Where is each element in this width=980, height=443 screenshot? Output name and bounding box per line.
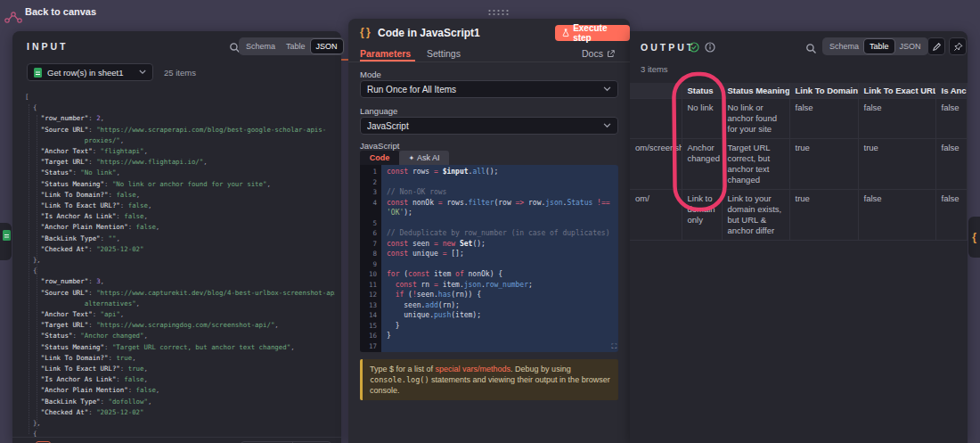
- input-panel-title: INPUT: [27, 41, 69, 52]
- table-cell: false: [858, 99, 935, 139]
- mode-select[interactable]: Run Once for All Items: [360, 80, 618, 98]
- column-header: Status Meaning: [722, 83, 789, 99]
- node-connector-line: [341, 59, 348, 61]
- table-cell: false: [858, 190, 935, 241]
- line-number: 2: [360, 177, 377, 188]
- line-number: 8: [360, 249, 377, 259]
- pagination-bar: ‹ 1 2 3 › Page Size 10: [12, 437, 341, 443]
- edit-output-button[interactable]: [927, 37, 945, 55]
- json-viewer[interactable]: [ { "row_number": 2, "Source URL": "http…: [25, 92, 335, 437]
- json-line: "row_number": 2,: [25, 113, 335, 124]
- code-line: const unique = [];: [387, 249, 618, 259]
- line-number: 12: [360, 290, 377, 300]
- json-line: "Is Anchor As Link": false,: [25, 374, 335, 385]
- special-vars-link[interactable]: special vars/methods: [436, 365, 511, 373]
- tab-settings[interactable]: Settings: [427, 48, 461, 59]
- json-line: {: [25, 429, 335, 437]
- table-cell: false: [789, 99, 858, 139]
- code-line: [387, 341, 618, 352]
- json-viewer-lines: [ { "row_number": 2, "Source URL": "http…: [25, 92, 335, 437]
- back-to-canvas-button[interactable]: Back to canvas: [25, 6, 96, 17]
- code-line: const rn = item.json.row_number;: [387, 280, 618, 291]
- column-header: Is Anchor: [935, 83, 968, 99]
- code-line: for (const item of nonOk) {: [387, 269, 618, 280]
- sheet-icon: [3, 230, 11, 241]
- code-editor[interactable]: 123456789101112131415161718 const rows =…: [360, 165, 618, 352]
- json-line: "Status Meaning": "No link or anchor fou…: [25, 179, 335, 190]
- code-line: if (!seen.has(rn)) {: [387, 290, 618, 300]
- tab-schema[interactable]: Schema: [824, 39, 864, 53]
- pin-icon: [953, 42, 963, 52]
- input-items-count: 25 items: [164, 68, 196, 78]
- line-number: 13: [360, 300, 377, 311]
- editor-code[interactable]: const rows = $input.all();// Non-OK rows…: [381, 165, 618, 352]
- language-select[interactable]: JavaScript: [360, 117, 618, 135]
- code-line: const seen = new Set();: [387, 239, 618, 250]
- json-line: "Status Meaning": "Target URL correct, b…: [25, 342, 335, 353]
- line-number: 14: [360, 310, 377, 321]
- table-cell: false: [935, 99, 968, 139]
- check-circle-icon: [689, 42, 699, 53]
- tab-table[interactable]: Table: [864, 39, 894, 53]
- column-header: Link To Exact URL?: [858, 83, 935, 99]
- tab-json[interactable]: JSON: [894, 39, 927, 53]
- docs-link[interactable]: Docs: [582, 48, 615, 59]
- input-node-edge-tab[interactable]: [0, 223, 12, 260]
- json-line: "Link To Exact URL?": true,: [25, 364, 335, 374]
- code-line: }: [387, 331, 618, 341]
- editor-tab-code[interactable]: Code: [360, 151, 399, 165]
- input-view-tabs: Schema Table JSON: [239, 37, 345, 55]
- javascript-field-label: JavaScript: [360, 141, 399, 151]
- input-node-selector[interactable]: Get row(s) in sheet1: [27, 63, 153, 81]
- tab-table[interactable]: Table: [281, 39, 311, 53]
- json-line: "Link To Exact URL?": false,: [25, 201, 335, 211]
- code-braces-icon: { }: [360, 26, 371, 38]
- code-line: }: [387, 321, 618, 332]
- json-line: {: [25, 266, 335, 276]
- line-number: 10: [360, 269, 377, 280]
- code-line: const nonOk = rows.filter(row => row.jso…: [387, 198, 618, 209]
- json-line: "Checked At": "2025-12-02": [25, 244, 335, 255]
- json-line: "Anchor Text": "api",: [25, 309, 335, 320]
- editor-tab-ask-ai[interactable]: ✦ Ask AI: [399, 151, 449, 165]
- line-number: 11: [360, 280, 377, 291]
- language-label: Language: [360, 106, 397, 116]
- code-line: const rows = $input.all();: [387, 167, 618, 177]
- table-cell: true: [789, 139, 858, 190]
- app-root: Back to canvas { INPUT Schema Table JSON: [0, 0, 980, 443]
- json-line: "Source URL": "https://www.capturekit.de…: [25, 288, 335, 299]
- code-line: // Deduplicate by row_number (in case of…: [387, 228, 618, 239]
- expand-editor-icon[interactable]: ⛶: [611, 343, 617, 350]
- search-icon[interactable]: [805, 43, 817, 54]
- execute-step-button[interactable]: Execute step: [555, 25, 630, 41]
- mode-label: Mode: [360, 70, 381, 79]
- code-line: seen.add(rn);: [387, 300, 618, 311]
- table-cell: false: [935, 139, 968, 190]
- table-cell: Target URL correct, but anchor text chan…: [722, 139, 789, 190]
- tab-json[interactable]: JSON: [311, 39, 343, 53]
- json-line: "Checked At": "2025-12-02": [25, 407, 335, 418]
- annotation-circle: [671, 70, 728, 215]
- code-line: [387, 218, 618, 229]
- table-cell: true: [789, 190, 858, 241]
- line-number: 3: [360, 187, 377, 198]
- table-cell: true: [858, 139, 935, 190]
- line-number: 4: [360, 198, 377, 209]
- json-line: "Link To Domain?": true,: [25, 353, 335, 364]
- json-line: "Target URL": "https://www.scrapingdog.c…: [25, 320, 335, 331]
- pin-data-button[interactable]: [949, 37, 967, 55]
- drag-handle[interactable]: [487, 9, 510, 16]
- chevron-down-icon: [603, 86, 611, 92]
- code-line: [387, 177, 618, 188]
- line-number: 9: [360, 259, 377, 270]
- divider: [348, 62, 630, 62]
- code-node-edge-tab[interactable]: {: [968, 217, 980, 258]
- pencil-icon: [932, 42, 942, 52]
- table-cell: Link to your domain exists, but URL & an…: [722, 190, 789, 241]
- chevron-down-icon: [139, 70, 146, 75]
- info-circle-icon[interactable]: [705, 42, 715, 53]
- table-cell: false: [935, 190, 968, 241]
- tab-schema[interactable]: Schema: [241, 39, 281, 53]
- sheet-icon: [34, 68, 42, 78]
- tab-parameters[interactable]: Parameters: [360, 48, 411, 59]
